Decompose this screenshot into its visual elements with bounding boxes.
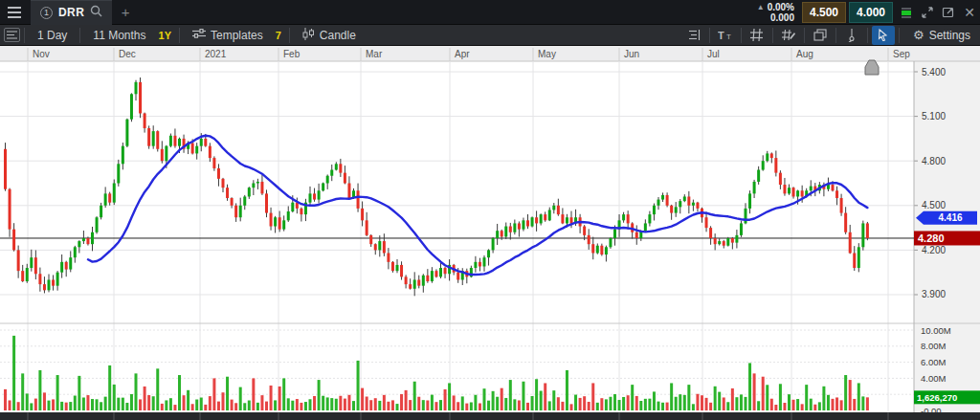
svg-text:1,626,270: 1,626,270 <box>917 392 957 403</box>
month-label: Jul <box>707 49 720 59</box>
svg-text:T: T <box>718 30 724 41</box>
month-strip <box>0 46 980 61</box>
chart-type-button[interactable]: Candle <box>294 25 365 46</box>
up-triangle-icon: ▲ <box>757 2 765 12</box>
month-label: May <box>538 49 556 59</box>
gear-icon: ⚙ <box>913 28 924 42</box>
price-tick-label: 4.800 <box>922 156 946 166</box>
search-icon[interactable] <box>90 4 102 21</box>
draw-tool-icon[interactable] <box>777 26 800 45</box>
price-tick-label: 3.900 <box>922 289 946 299</box>
volume-tick-label: 8.00M <box>921 341 946 351</box>
mini-candle-icon <box>896 2 917 23</box>
price-tick-label: 4.200 <box>922 245 946 255</box>
popout-icon[interactable] <box>938 2 959 23</box>
expand-icon[interactable] <box>917 2 938 23</box>
templates-badge[interactable]: 7 <box>272 29 285 42</box>
menu-icon[interactable] <box>0 0 29 25</box>
month-label: Jun <box>624 49 639 59</box>
month-label: Nov <box>33 49 50 59</box>
plot-background <box>0 61 980 412</box>
price-tick-label: 5.400 <box>922 67 946 77</box>
bid-price-box: 4.500 <box>802 2 846 23</box>
symbol-label: DRR <box>58 6 84 19</box>
svg-text:T: T <box>726 33 731 41</box>
tab-number-badge: 1 <box>40 7 53 19</box>
volume-tick-label: 6.00M <box>921 357 946 367</box>
trading-chart-window: 1 DRR + ▲0.00% 0.000 4.500 4.000 ✕ 1 <box>0 0 980 420</box>
text-tool-icon[interactable]: TT <box>714 26 737 45</box>
svg-text:4.416: 4.416 <box>938 212 962 223</box>
svg-text:4.280: 4.280 <box>918 232 945 244</box>
add-tab-button[interactable]: + <box>112 4 139 20</box>
month-label: Mar <box>366 49 383 59</box>
month-label: Dec <box>119 49 136 59</box>
volume-tag: 1,626,270 <box>914 390 980 404</box>
instrument-tab[interactable]: 1 DRR <box>31 0 112 25</box>
month-label: Feb <box>283 49 301 59</box>
sliders-icon <box>192 29 206 42</box>
close-icon[interactable]: ✕ <box>959 2 980 23</box>
chart-toolbar: 1 Day 11 Months 1Y Templates 7 Candle TT <box>0 25 980 46</box>
month-label: Apr <box>455 49 470 59</box>
range-badge[interactable]: 1Y <box>155 29 175 42</box>
ma-price-tag: 4.416 <box>916 211 977 225</box>
change-stats: ▲0.00% 0.000 <box>757 2 794 23</box>
layers-icon[interactable] <box>809 26 832 45</box>
last-price-tag: 4.280 <box>914 231 980 245</box>
month-label: 2021 <box>205 49 227 59</box>
change-absolute: 0.000 <box>770 12 794 23</box>
month-label: Sep <box>893 49 910 59</box>
objects-tree-icon[interactable] <box>682 26 705 45</box>
settings-button[interactable]: ⚙ Settings <box>903 25 980 46</box>
chart-h-scrollbar[interactable] <box>0 412 980 420</box>
price-tick-label: 4.500 <box>922 200 946 210</box>
month-label: Aug <box>796 49 813 59</box>
notes-icon[interactable] <box>4 28 20 42</box>
interval-button[interactable]: 1 Day <box>29 25 76 46</box>
crosshair-tool-icon[interactable] <box>840 26 863 45</box>
volume-tick-label: 4.00M <box>921 373 946 384</box>
templates-button[interactable]: Templates <box>184 25 272 46</box>
volume-tick-label: 10.00M <box>921 325 951 336</box>
price-tick-label: 5.100 <box>922 111 946 122</box>
cursor-tool-icon[interactable] <box>872 26 895 45</box>
change-percent: 0.00% <box>768 2 794 12</box>
window-titlebar: 1 DRR + ▲0.00% 0.000 4.500 4.000 ✕ <box>0 0 980 25</box>
price-chart[interactable]: NovDec2021FebMarAprMayJunJulAugSep5.4005… <box>0 46 980 420</box>
ask-price-box: 4.000 <box>849 2 893 23</box>
range-button[interactable]: 11 Months <box>84 25 154 46</box>
grid-icon[interactable] <box>746 26 768 45</box>
candle-icon <box>302 28 315 43</box>
